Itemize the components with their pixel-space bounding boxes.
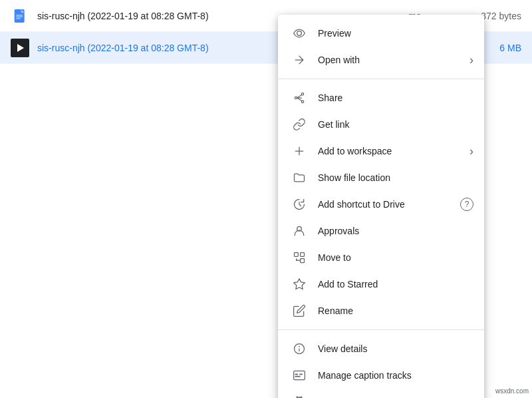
menu-item-rename[interactable]: Rename [278,298,484,324]
preview-icon [289,25,310,41]
info-icon [289,341,310,357]
share-icon [289,90,310,106]
svg-rect-21 [295,376,300,377]
svg-rect-19 [295,374,298,375]
menu-label-show-location: Show file location [318,172,473,183]
rename-icon [289,303,310,319]
menu-label-add-starred: Add to Starred [318,279,473,290]
svg-rect-11 [301,253,305,257]
menu-label-approvals: Approvals [318,226,473,236]
menu-label-manage-caption: Manage caption tracks [318,370,473,381]
move-icon [289,250,310,266]
menu-item-manage-versions[interactable]: Manage versions [278,389,484,398]
menu-label-get-link: Get link [318,119,473,130]
add-workspace-arrow: › [469,144,473,158]
menu-item-share[interactable]: Share [278,85,484,111]
shortcut-icon [289,196,310,212]
open-with-icon [289,52,310,68]
menu-item-manage-caption[interactable]: Manage caption tracks [278,362,484,389]
menu-label-share: Share [318,93,473,103]
menu-label-add-shortcut: Add shortcut to Drive [318,199,460,210]
folder-icon [289,170,310,186]
help-icon[interactable]: ? [460,198,473,211]
menu-item-move-to[interactable]: Move to [278,244,484,271]
menu-label-rename: Rename [318,305,473,316]
divider-1 [278,79,484,79]
svg-rect-20 [299,374,303,375]
menu-item-show-location[interactable]: Show file location [278,164,484,191]
menu-item-open-with[interactable]: Open with › [278,47,484,73]
link-icon [289,116,310,132]
approvals-icon [289,223,310,239]
menu-item-add-starred[interactable]: Add to Starred [278,271,484,298]
menu-item-approvals[interactable]: Approvals [278,218,484,244]
menu-item-preview[interactable]: Preview [278,20,484,47]
divider-2 [278,329,484,330]
add-workspace-icon [289,143,310,159]
menu-label-preview: Preview [318,28,473,39]
context-menu-overlay: Preview Open with › Share Get link [0,0,532,398]
svg-rect-10 [295,253,299,257]
svg-rect-18 [294,371,305,379]
svg-rect-12 [301,259,305,263]
open-with-arrow: › [469,53,473,67]
menu-label-open-with: Open with [318,55,469,65]
menu-item-add-shortcut[interactable]: Add shortcut to Drive ? [278,191,484,218]
menu-label-add-workspace: Add to workspace [318,146,469,156]
svg-point-13 [296,260,297,261]
star-icon [289,276,310,292]
caption-icon [289,367,310,383]
versions-icon [289,394,310,398]
menu-label-view-details: View details [318,343,473,354]
menu-item-get-link[interactable]: Get link [278,111,484,138]
svg-point-6 [301,93,303,95]
svg-point-5 [297,31,302,36]
context-menu: Preview Open with › Share Get link [278,15,484,398]
svg-marker-14 [294,279,305,290]
menu-item-view-details[interactable]: View details [278,335,484,362]
svg-point-8 [301,100,303,102]
menu-label-move-to: Move to [318,252,473,263]
menu-item-add-workspace[interactable]: Add to workspace › [278,138,484,164]
